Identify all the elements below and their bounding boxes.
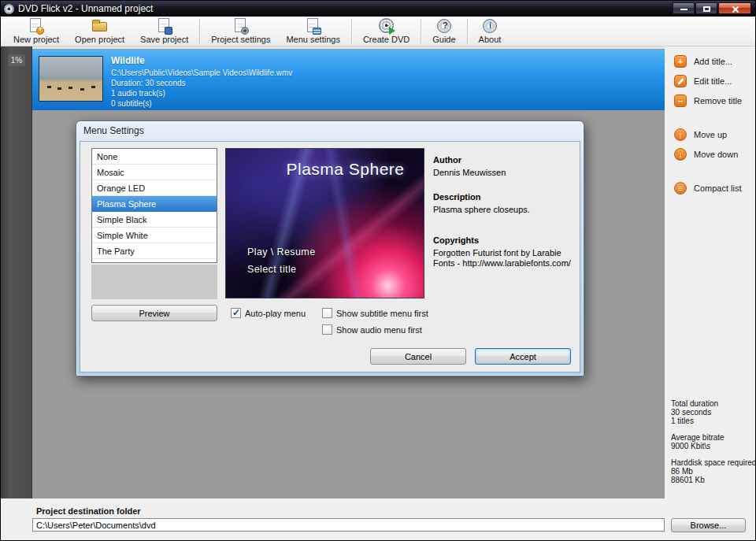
preview-menu-title: Plasma Sphere: [273, 160, 417, 179]
encode-progress-strip: 1%: [1, 46, 32, 498]
stat-average-bitrate: Average bitrate 9000 Kbit\s: [671, 433, 756, 450]
edit-icon: [674, 75, 687, 87]
title-subtitles: 0 subtitle(s): [111, 98, 292, 109]
accept-button[interactable]: Accept: [475, 348, 571, 365]
menu-preview-image: Plasma Sphere Play \ Resume Select title: [225, 148, 424, 298]
toolbar-save-project[interactable]: Save project: [132, 17, 196, 45]
menu-item-mosaic[interactable]: Mosaic: [92, 165, 217, 180]
menu-item-simple-black[interactable]: Simple Black: [92, 212, 217, 228]
description-label: Description: [433, 192, 576, 202]
cancel-button[interactable]: Cancel: [370, 348, 466, 365]
destination-folder-input[interactable]: [32, 518, 665, 532]
minimize-button[interactable]: [673, 2, 695, 14]
description-value: Plasma sphere closeups.: [433, 205, 576, 215]
save-icon: [156, 18, 173, 34]
menu-info-panel: Author Dennis Meuwissen Description Plas…: [433, 148, 576, 269]
add-title-button[interactable]: Add title...: [674, 54, 752, 69]
preview-select-title: Select title: [247, 264, 296, 275]
title-name: Wildlife: [111, 55, 292, 66]
toolbar-separator: [421, 19, 421, 44]
arrow-down-icon: [674, 148, 687, 161]
compact-list-button[interactable]: Compact list: [674, 181, 752, 195]
checkbox-unchecked-icon: [322, 324, 332, 335]
preview-play-resume: Play \ Resume: [247, 246, 315, 258]
compact-list-icon: [674, 182, 687, 195]
arrow-up-icon: [674, 128, 687, 141]
title-audio-tracks: 1 audio track(s): [111, 88, 292, 98]
create-dvd-icon: [378, 18, 395, 34]
menu-settings-icon: [305, 18, 322, 34]
checkbox-unchecked-icon: [322, 308, 332, 318]
author-value: Dennis Meuwissen: [433, 168, 576, 178]
toolbar-guide[interactable]: Guide: [424, 17, 463, 45]
stat-total-duration: Total duration 30 seconds 1 titles: [671, 399, 756, 425]
video-thumbnail: [39, 56, 103, 102]
toolbar-separator: [351, 19, 352, 44]
show-audio-menu-first-checkbox[interactable]: Show audio menu first: [322, 324, 422, 335]
dvd-flick-window: DVD Flick v2 - Unnamed project New proje…: [0, 0, 756, 541]
destination-folder-label: Project destination folder: [36, 506, 141, 516]
maximize-button[interactable]: [695, 2, 717, 14]
menu-item-none[interactable]: None: [92, 149, 217, 165]
edit-title-button[interactable]: Edit title...: [674, 74, 752, 88]
toolbar-open-project[interactable]: Open project: [67, 17, 132, 45]
browse-button[interactable]: Browse...: [671, 518, 746, 532]
checkbox-checked-icon: [231, 308, 241, 318]
menu-settings-dialog: Menu Settings None Mosaic Orange LED Pla…: [76, 120, 584, 376]
project-stats: Total duration 30 seconds 1 titles Avera…: [671, 399, 756, 492]
title-path: C:\Users\Public\Videos\Sample Videos\Wil…: [111, 68, 292, 78]
move-up-button[interactable]: Move up: [674, 128, 752, 142]
menu-item-plasma-sphere[interactable]: Plasma Sphere: [92, 196, 217, 212]
add-icon: [674, 55, 687, 68]
dialog-titlebar[interactable]: Menu Settings: [76, 121, 584, 141]
menu-template-list[interactable]: None Mosaic Orange LED Plasma Sphere Sim…: [91, 148, 217, 263]
title-row[interactable]: Wildlife C:\Users\Public\Videos\Sample V…: [32, 50, 665, 110]
remove-icon: [674, 94, 687, 107]
open-folder-icon: [91, 18, 109, 34]
toolbar-create-dvd[interactable]: Create DVD: [355, 17, 417, 45]
copyrights-value: Forgotten Futurist font by Larabie Fonts…: [433, 248, 576, 269]
copyrights-label: Copyrights: [433, 235, 576, 245]
toolbar-separator: [467, 19, 468, 44]
footer: Project destination folder Browse...: [1, 498, 755, 541]
toolbar-new-project[interactable]: New project: [6, 17, 67, 45]
project-settings-icon: [232, 18, 250, 34]
right-sidebar: Add title... Edit title... Remove title …: [665, 46, 756, 498]
menu-item-simple-white[interactable]: Simple White: [92, 228, 217, 243]
about-icon: [481, 18, 498, 34]
menu-item-the-party[interactable]: The Party: [92, 243, 217, 259]
dialog-title: Menu Settings: [83, 125, 144, 136]
autoplay-menu-checkbox[interactable]: Auto-play menu: [231, 308, 306, 318]
title-duration: Duration: 30 seconds: [111, 78, 292, 88]
window-titlebar: DVD Flick v2 - Unnamed project: [1, 1, 755, 17]
author-label: Author: [433, 155, 576, 165]
move-down-button[interactable]: Move down: [674, 147, 752, 161]
toolbar-project-settings[interactable]: Project settings: [203, 17, 278, 45]
app-icon: [4, 4, 14, 14]
new-project-icon: [28, 18, 45, 34]
toolbar: New project Open project Save project Pr…: [1, 17, 755, 46]
show-subtitle-menu-first-checkbox[interactable]: Show subtitle menu first: [322, 308, 428, 318]
thumbnail-horses: [47, 86, 51, 88]
toolbar-separator: [199, 19, 200, 44]
guide-icon: [435, 18, 453, 34]
dialog-content: None Mosaic Orange LED Plasma Sphere Sim…: [80, 141, 580, 372]
list-filler: [91, 265, 217, 299]
preview-button[interactable]: Preview: [91, 305, 217, 321]
stat-harddisk-space: Harddisk space required 86 Mb 88601 Kb: [671, 458, 756, 484]
close-button[interactable]: [718, 2, 751, 14]
toolbar-about[interactable]: About: [471, 17, 510, 45]
toolbar-menu-settings[interactable]: Menu settings: [278, 17, 347, 45]
remove-title-button[interactable]: Remove title: [674, 94, 752, 108]
menu-item-orange-led[interactable]: Orange LED: [92, 180, 217, 196]
window-title: DVD Flick v2 - Unnamed project: [18, 3, 153, 14]
encode-progress-value: 1%: [8, 54, 25, 66]
